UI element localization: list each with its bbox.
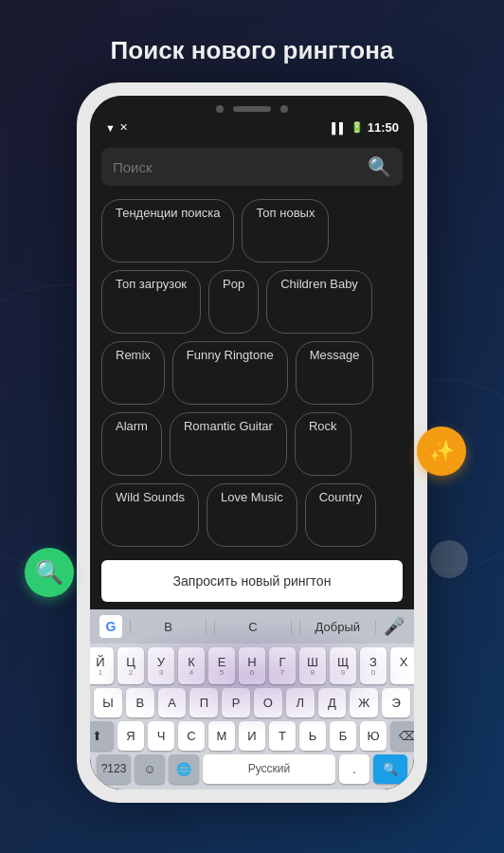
key-G[interactable]: Г7	[269, 647, 296, 684]
key-YA[interactable]: Я	[117, 721, 144, 751]
key-R[interactable]: Р	[222, 688, 250, 717]
status-right-icons: ▌▌ 🔋 11:50	[332, 120, 399, 135]
suggestion-left[interactable]: В	[130, 620, 207, 634]
tag-pop[interactable]: Pop	[208, 270, 259, 334]
emoji-key[interactable]: ☺	[135, 754, 165, 784]
floating-search-button[interactable]: 🔍	[25, 548, 74, 597]
status-bar: ▼ ✕ ▌▌ 🔋 11:50	[90, 118, 414, 138]
tag-rock[interactable]: Rock	[295, 412, 351, 476]
backspace-key[interactable]: ⌫	[390, 721, 414, 751]
tag-top-downloads[interactable]: Топ загрузок	[101, 270, 201, 334]
key-K[interactable]: К4	[178, 647, 205, 684]
search-submit-icon[interactable]: 🔍	[368, 155, 391, 178]
request-ringtone-button[interactable]: Запросить новый рингтон	[101, 560, 403, 602]
key-row-1: Й1 Ц2 У3 К4 Е5 Н6 Г7 Ш8 Щ9 З0 Х	[94, 647, 410, 684]
space-key[interactable]: Русский	[203, 754, 335, 784]
tag-wild-sounds[interactable]: Wild Sounds	[101, 483, 199, 547]
keyboard: G В С Добрый 🎤 Й1 Ц2 У3 К4 Е5 Н6	[90, 609, 414, 789]
signal-bars-icon: ▌▌	[332, 122, 347, 134]
key-Z[interactable]: З0	[360, 647, 387, 684]
shift-key[interactable]: ⬆	[90, 721, 114, 751]
suggestion-center[interactable]: С	[214, 620, 291, 634]
key-SH[interactable]: Ш8	[299, 647, 326, 684]
key-row-2: Ы В А П Р О Л Д Ж Э	[94, 688, 410, 717]
signal-icon: ✕	[119, 121, 128, 134]
key-row-bottom: ?123 ☺ 🌐 Русский . 🔍	[94, 754, 410, 784]
tag-love-music[interactable]: Love Music	[207, 483, 297, 547]
speaker	[233, 106, 271, 112]
key-U[interactable]: У3	[148, 647, 174, 684]
decorative-circle	[430, 540, 468, 578]
key-A[interactable]: А	[158, 688, 187, 717]
key-B[interactable]: Б	[330, 721, 356, 751]
phone-notch	[90, 96, 414, 118]
key-CH[interactable]: Ч	[148, 721, 174, 751]
key-O[interactable]: О	[254, 688, 282, 717]
key-S[interactable]: С	[178, 721, 205, 751]
search-input[interactable]	[113, 159, 360, 175]
suggestion-right[interactable]: Добрый	[299, 620, 376, 634]
phone-frame: ▼ ✕ ▌▌ 🔋 11:50 🔍 Тенденции поиска Топ но…	[77, 82, 427, 803]
key-I[interactable]: И	[239, 721, 265, 751]
tag-tendencies[interactable]: Тенденции поиска	[101, 199, 234, 263]
key-Y[interactable]: Ы	[94, 688, 122, 717]
mic-icon[interactable]: 🎤	[384, 616, 405, 637]
key-D[interactable]: Д	[318, 688, 347, 717]
battery-icon: 🔋	[351, 121, 364, 134]
camera-dot	[216, 105, 224, 113]
tag-alarm[interactable]: Alarm	[101, 412, 162, 476]
app-content: 🔍 Тенденции поиска Топ новых Топ загрузо…	[90, 138, 414, 789]
key-rows: Й1 Ц2 У3 К4 Е5 Н6 Г7 Ш8 Щ9 З0 Х Ы	[90, 644, 414, 789]
key-T[interactable]: Т	[269, 721, 296, 751]
period-key[interactable]: .	[339, 754, 369, 784]
status-left-icons: ▼ ✕	[105, 121, 128, 134]
key-SHCH[interactable]: Щ9	[330, 647, 356, 684]
key-J[interactable]: Й1	[90, 647, 114, 684]
key-L[interactable]: Л	[286, 688, 315, 717]
status-time: 11:50	[368, 120, 399, 135]
key-V[interactable]: В	[126, 688, 154, 717]
key-EH[interactable]: Э	[382, 688, 410, 717]
sensor-dot	[280, 105, 288, 113]
google-icon: G	[99, 615, 122, 638]
tag-message[interactable]: Message	[296, 341, 374, 405]
key-M[interactable]: М	[208, 721, 235, 751]
tag-top-new[interactable]: Топ новых	[242, 199, 329, 263]
key-P[interactable]: П	[189, 688, 218, 717]
key-E[interactable]: Е5	[208, 647, 235, 684]
key-row-3: ⬆ Я Ч С М И Т Ь Б Ю ⌫	[94, 721, 410, 751]
tag-remix[interactable]: Remix	[101, 341, 165, 405]
key-ZH[interactable]: Ж	[350, 688, 378, 717]
tag-country[interactable]: Country	[305, 483, 377, 547]
wifi-icon: ▼	[105, 122, 116, 134]
page-title: Поиск нового рингтона	[111, 36, 394, 65]
tag-children-baby[interactable]: Children Baby	[266, 270, 372, 334]
keyboard-search-key[interactable]: 🔍	[373, 754, 407, 784]
keyboard-suggestions-row: G В С Добрый 🎤	[90, 609, 414, 644]
key-N[interactable]: Н6	[239, 647, 265, 684]
tags-container: Тенденции поиска Топ новых Топ загрузок …	[90, 193, 414, 553]
key-C[interactable]: Ц2	[117, 647, 144, 684]
phone-inner: ▼ ✕ ▌▌ 🔋 11:50 🔍 Тенденции поиска Топ но…	[90, 96, 414, 789]
num-key[interactable]: ?123	[97, 754, 131, 784]
key-YU[interactable]: Ю	[360, 721, 387, 751]
key-SOFT[interactable]: Ь	[299, 721, 326, 751]
floating-fireworks-button[interactable]: ✨	[417, 426, 466, 476]
key-H[interactable]: Х	[390, 647, 414, 684]
globe-key[interactable]: 🌐	[169, 754, 199, 784]
tag-romantic-guitar[interactable]: Romantic Guitar	[170, 412, 287, 476]
search-bar[interactable]: 🔍	[101, 148, 403, 186]
tag-funny-ringtone[interactable]: Funny Ringtone	[172, 341, 288, 405]
